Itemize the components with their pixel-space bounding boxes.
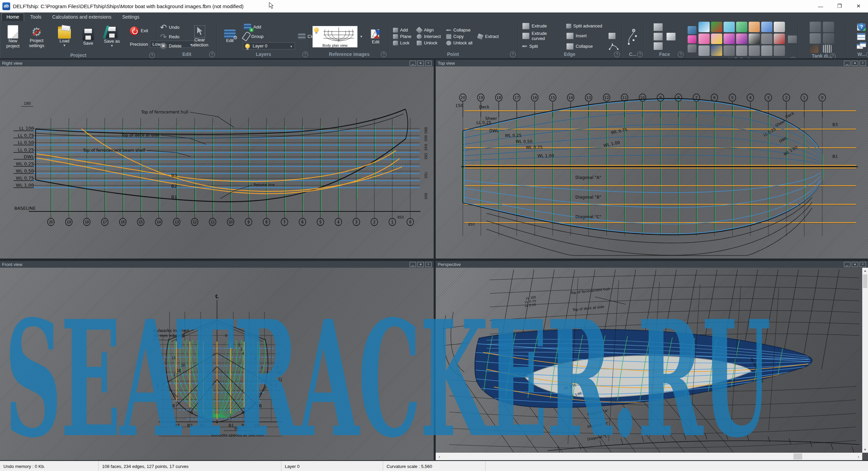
viewport-minimize-icon[interactable]: ▁ — [844, 61, 850, 66]
edge-split-advanced-button[interactable]: Split advanced — [565, 23, 603, 29]
chevron-down-icon[interactable]: ▼ — [63, 44, 66, 47]
delete-button[interactable]: ✕Delete — [159, 42, 183, 50]
project-settings-button[interactable]: ⚙ Project settings — [26, 25, 47, 49]
hull-display-icon-21[interactable] — [774, 45, 785, 56]
redo-button[interactable]: ↷Redo — [159, 33, 183, 41]
tab-calculations[interactable]: Calculations and extensions — [47, 13, 116, 21]
layer-add-button[interactable]: +Add — [243, 23, 295, 30]
undo-button[interactable]: ↶Undo — [159, 23, 183, 32]
hull-display-icon-19[interactable] — [749, 45, 760, 56]
viewport-maximize-icon[interactable]: ■ — [417, 61, 424, 66]
front-view-titlebar[interactable]: Front view ▁ ■ ✕ — [0, 261, 434, 268]
check-face-icon[interactable] — [666, 33, 676, 41]
point-unlock-button[interactable]: Unlock — [416, 40, 442, 46]
tank-section-icon[interactable] — [823, 33, 834, 44]
point-lock-button[interactable]: Lock — [392, 40, 412, 46]
hull-display-icon-18[interactable] — [736, 45, 747, 56]
save-as-button[interactable]: Save as ▼ — [101, 25, 123, 48]
viewport-front-view[interactable]: Front view ▁ ■ ✕ ℄CCBBAAbilge keelbilge … — [0, 261, 434, 460]
tank-frames-icon[interactable] — [823, 45, 832, 53]
tank-volume-icon[interactable] — [810, 33, 821, 44]
cascade-windows-icon[interactable] — [856, 42, 867, 50]
scrollbar-thumb[interactable] — [863, 274, 867, 288]
tank-define-icon[interactable] — [810, 22, 821, 32]
top-view-titlebar[interactable]: Top view ▁ ■ ✕ — [436, 60, 868, 66]
help-icon[interactable]: ? — [209, 52, 215, 57]
scroll-left-icon[interactable]: ‹ — [436, 454, 443, 459]
hull-display-icon-6[interactable] — [761, 22, 772, 32]
edge-extrude-button[interactable]: Extrude — [521, 22, 561, 30]
front-view-canvas[interactable]: ℄CCBBAAbilge keelbilge keelBulwarks incl… — [0, 268, 434, 460]
edge-insert-button[interactable]: Insert — [565, 32, 603, 40]
save-button[interactable]: Save — [77, 27, 99, 47]
vertical-scrollbar[interactable]: ▲ ▼ — [862, 268, 868, 453]
viewport-close-icon[interactable]: ✕ — [860, 61, 866, 66]
hull-display-side-icon-2[interactable] — [688, 35, 696, 43]
close-button[interactable]: ✕ — [849, 0, 868, 12]
hull-display-icon-11[interactable] — [736, 34, 747, 44]
hull-display-icon-13[interactable] — [761, 34, 772, 44]
viewport-maximize-icon[interactable]: ■ — [852, 61, 858, 66]
point-copy-button[interactable]: Copy — [445, 34, 473, 39]
hull-display-icon-2[interactable] — [711, 22, 722, 32]
layer-group-button[interactable]: Group — [243, 32, 295, 41]
reference-image-edit-button[interactable]: Edit — [365, 27, 387, 45]
point-add-button[interactable]: Add — [392, 27, 412, 33]
point-collapse-button[interactable]: Collapse — [445, 27, 473, 33]
layer-edit-button[interactable]: ⚙ Edit — [219, 29, 241, 44]
viewport-minimize-icon[interactable]: ▁ — [410, 262, 416, 267]
top-view-canvas[interactable]: 20191817161514131211109876543210150DeckS… — [436, 66, 868, 259]
hull-display-side-icon-1[interactable] — [688, 26, 696, 34]
hull-display-icon-4[interactable] — [736, 22, 747, 32]
right-view-titlebar[interactable]: Right view ▁ ■ ✕ — [0, 60, 434, 66]
tank-edit-icon[interactable] — [823, 22, 834, 32]
scroll-up-icon[interactable]: ▲ — [862, 268, 868, 274]
new-face-icon[interactable] — [653, 23, 663, 31]
minimize-button[interactable]: — — [811, 0, 830, 12]
horizontal-scrollbar[interactable]: ‹ › — [436, 453, 862, 460]
help-icon[interactable]: ? — [866, 52, 868, 57]
load-button[interactable]: Load ▼ — [54, 26, 75, 48]
hull-display-icon-17[interactable] — [724, 45, 735, 56]
hull-display-icon-14[interactable] — [774, 34, 785, 44]
tab-settings[interactable]: Settings — [117, 13, 144, 21]
tank-xray-icon[interactable] — [810, 45, 818, 53]
edge-extrude-curved-button[interactable]: Extrude curved — [521, 30, 561, 41]
hull-display-icon-16[interactable] — [711, 45, 722, 56]
scroll-down-icon[interactable]: ▼ — [862, 447, 868, 453]
curve-icon[interactable] — [627, 27, 638, 46]
help-icon[interactable]: ? — [614, 52, 620, 57]
tab-home[interactable]: Home — [1, 13, 24, 21]
hull-display-icon-7[interactable] — [774, 22, 785, 32]
hull-display-icon-20[interactable] — [761, 45, 772, 56]
hull-display-icon-10[interactable] — [724, 34, 735, 44]
hull-display-icon-9[interactable] — [711, 34, 722, 44]
invert-face-icon[interactable] — [653, 33, 663, 41]
right-view-canvas[interactable]: LL 100LL 0.75LL 0.50LL 0.25DWLWL 0.25WL … — [0, 66, 434, 259]
hull-display-icon-3[interactable] — [724, 22, 735, 32]
help-icon[interactable]: ? — [678, 52, 684, 57]
viewport-close-icon[interactable]: ✕ — [860, 262, 866, 267]
hull-extra-icon[interactable] — [788, 35, 797, 43]
help-icon[interactable]: ? — [302, 52, 308, 57]
reference-image-thumbnail[interactable]: Body plan view — [312, 26, 358, 47]
viewport-maximize-icon[interactable]: ■ — [852, 262, 858, 267]
viewport-top-view[interactable]: Top view ▁ ■ ✕ 2019181716151413121110987… — [436, 60, 868, 259]
hull-display-icon-1[interactable] — [698, 22, 710, 32]
viewport-right-view[interactable]: Right view ▁ ■ ✕ LL 100LL 0.75LL 0.50LL … — [0, 60, 434, 259]
maximize-window-icon[interactable] — [856, 33, 867, 41]
point-extract-button[interactable]: Extract — [477, 34, 499, 39]
viewport-minimize-icon[interactable]: ▁ — [844, 262, 850, 267]
hull-display-icon-15[interactable] — [698, 45, 710, 56]
scroll-right-icon[interactable]: › — [855, 454, 862, 459]
point-intersect-button[interactable]: Intersect — [416, 34, 442, 39]
perspective-canvas[interactable]: LL 100LL 0.75LL 0.50Top of ferrocement h… — [436, 268, 868, 460]
hull-display-icon-5[interactable] — [749, 22, 760, 32]
viewport-maximize-icon[interactable]: ■ — [417, 262, 424, 267]
chevron-down-icon[interactable]: ▼ — [360, 35, 363, 38]
help-icon[interactable]: ? — [637, 52, 643, 57]
viewport-minimize-icon[interactable]: ▁ — [410, 61, 416, 66]
edge-split-button[interactable]: Split — [521, 43, 561, 49]
hull-display-icon-8[interactable] — [698, 34, 710, 44]
point-align-button[interactable]: Align — [416, 27, 442, 33]
